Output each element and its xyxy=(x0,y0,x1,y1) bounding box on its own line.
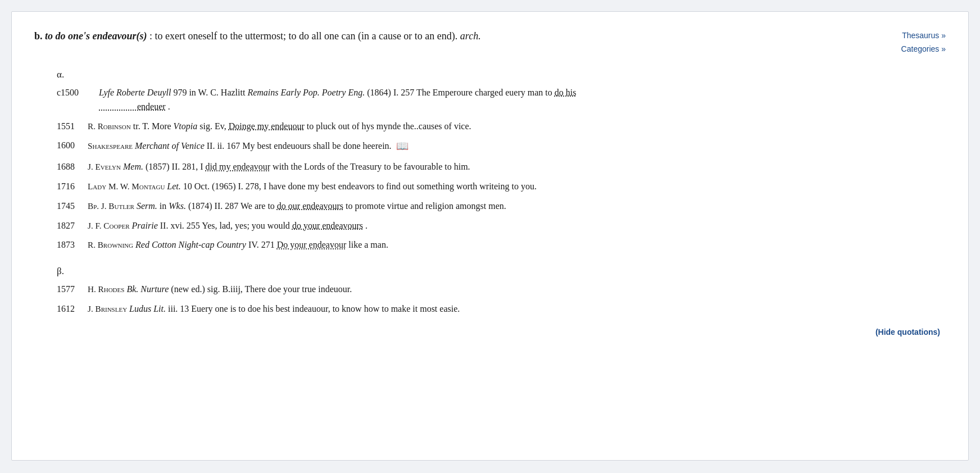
source-title2: Wks. xyxy=(169,201,186,211)
text-pre: There doe your true indeuour. xyxy=(245,284,352,294)
author-name: H. Rhodes xyxy=(88,284,124,294)
hide-quotations-button[interactable]: (Hide quotations) xyxy=(875,328,940,336)
source-rest: (new ed.) sig. B.iiij, xyxy=(171,284,243,294)
text-after: with the Lords of the Treasury to be fav… xyxy=(273,162,470,171)
text-pre: Euery one is to doe his best indeauour, … xyxy=(191,304,460,313)
source-rest: sig. Ev, xyxy=(199,121,226,131)
table-row: 1688 J. Evelyn Mem. (1857) II. 281, I di… xyxy=(34,160,946,174)
quotation-text: J. F. Cooper Prairie II. xvi. 255 Yes, l… xyxy=(88,219,368,233)
thesaurus-link[interactable]: Thesaurus » xyxy=(902,31,946,40)
table-row: 1716 Lady M. W. Montagu Let. 10 Oct. (19… xyxy=(34,180,946,194)
source-title: Bk. Nurture xyxy=(126,284,169,294)
table-row: 1612 J. Brinsley Ludus Lit. iii. 13 Euer… xyxy=(34,302,946,316)
quotation-text: R. Browning Red Cotton Night-cap Country… xyxy=(88,238,388,252)
entry-definition: : to exert oneself to the uttermost; to … xyxy=(149,30,457,42)
quotation-text: Shakespeare Merchant of Venice II. ii. 1… xyxy=(88,139,409,154)
table-row: c1500 Lyfe Roberte Deuyll 979 in W. C. H… xyxy=(34,86,946,114)
underlined-phrase: Doinge my endeuour xyxy=(229,121,305,131)
source-rest: iii. 13 xyxy=(168,304,189,313)
source-title: Mem. xyxy=(123,162,143,171)
underlined-phrase: did my endeavour xyxy=(206,162,271,171)
thesaurus-categories-link[interactable]: Thesaurus » Categories » xyxy=(901,29,946,56)
quotation-text: H. Rhodes Bk. Nurture (new ed.) sig. B.i… xyxy=(88,283,352,297)
quotation-text: R. Robinson tr. T. More Vtopia sig. Ev, … xyxy=(88,120,471,134)
entry-phrase: to do one's endeavour(s) xyxy=(45,30,147,42)
underlined-phrase: do your endeavours xyxy=(292,221,363,230)
page-container: b. to do one's endeavour(s) : to exert o… xyxy=(0,0,980,473)
source-rest: II. ii. 167 xyxy=(207,141,241,151)
source-title: Let. xyxy=(167,181,180,191)
source-title: Ludus Lit. xyxy=(129,304,166,313)
source-rest: 979 in W. C. Hazlitt xyxy=(173,88,247,97)
source-rest: IV. 271 xyxy=(248,240,275,249)
text-pre: I xyxy=(200,162,205,171)
text-pre: I have done my best endeavors to find ou… xyxy=(264,181,537,191)
underlined-phrase: Do your endeavour xyxy=(277,240,347,249)
quotation-text: J. Evelyn Mem. (1857) II. 281, I did my … xyxy=(88,160,470,174)
table-row: 1873 R. Browning Red Cotton Night-cap Co… xyxy=(34,238,946,252)
quotation-text: Bp. J. Butler Serm. in Wks. (1874) II. 2… xyxy=(88,199,506,213)
underlined-phrase: do our endeavours xyxy=(277,201,343,211)
quotation-year: 1716 xyxy=(57,180,88,194)
author-name: J. Brinsley xyxy=(88,304,127,313)
quotation-year: c1500 xyxy=(57,86,99,114)
source-title2: Remains Early Pop. Poetry Eng. xyxy=(247,88,365,97)
text-after: . xyxy=(365,221,368,230)
quotation-text: Lyfe Roberte Deuyll 979 in W. C. Hazlitt… xyxy=(99,86,576,114)
author-name: Lady M. W. Montagu xyxy=(88,181,165,191)
source-rest: (1857) II. 281, xyxy=(146,162,198,171)
text-pre: My best endeuours shall be done heerein. xyxy=(242,141,393,151)
source-title: Lyfe Roberte Deuyll xyxy=(99,88,171,97)
source-title: Serm. xyxy=(137,201,157,211)
source-title: Merchant of Venice xyxy=(135,141,205,151)
table-row: 1600 Shakespeare Merchant of Venice II. … xyxy=(34,139,946,154)
text-pre: Yes, lad, yes; you would xyxy=(202,221,292,230)
source-pre: tr. T. More xyxy=(133,121,174,131)
alpha-section-label: α. xyxy=(57,69,946,80)
entry-heading: b. to do one's endeavour(s) : to exert o… xyxy=(34,29,481,44)
quotation-year: 1577 xyxy=(57,283,88,297)
table-row: 1827 J. F. Cooper Prairie II. xvi. 255 Y… xyxy=(34,219,946,233)
source-title: Prairie xyxy=(132,221,158,230)
beta-section-label: β. xyxy=(57,266,946,277)
table-row: 1551 R. Robinson tr. T. More Vtopia sig.… xyxy=(34,120,946,134)
text-pre: We are to xyxy=(241,201,277,211)
source-rest: II. xvi. 255 xyxy=(160,221,200,230)
source-rest2: (1864) I. 257 xyxy=(367,88,414,97)
source-rest: 10 Oct. (1965) I. 278, xyxy=(183,181,261,191)
source-in: in xyxy=(160,201,169,211)
text-pre: The Emperoure charged euery man to xyxy=(416,88,555,97)
text-after: like a man. xyxy=(348,240,388,249)
quotation-year: 1873 xyxy=(57,238,88,252)
source-title: Vtopia xyxy=(174,121,198,131)
text-after: to promote virtue and religion amongst m… xyxy=(346,201,506,211)
categories-link[interactable]: Categories » xyxy=(901,44,946,53)
quotation-text: Lady M. W. Montagu Let. 10 Oct. (1965) I… xyxy=(88,180,537,194)
content-box: b. to do one's endeavour(s) : to exert o… xyxy=(11,11,969,461)
beta-quotations-list: 1577 H. Rhodes Bk. Nurture (new ed.) sig… xyxy=(34,283,946,316)
quotation-year: 1827 xyxy=(57,219,88,233)
source-title: Red Cotton Night-cap Country xyxy=(135,240,246,249)
footer-area: (Hide quotations) xyxy=(34,328,946,336)
quotation-year: 1688 xyxy=(57,160,88,174)
book-icon: 📖 xyxy=(396,139,409,154)
author-name: J. Evelyn xyxy=(88,162,121,171)
author-name: Shakespeare xyxy=(88,141,133,151)
author-name: R. Robinson xyxy=(88,121,131,131)
table-row: 1745 Bp. J. Butler Serm. in Wks. (1874) … xyxy=(34,199,946,213)
entry-register: arch. xyxy=(460,30,481,42)
alpha-quotations-list: c1500 Lyfe Roberte Deuyll 979 in W. C. H… xyxy=(34,86,946,252)
header-area: b. to do one's endeavour(s) : to exert o… xyxy=(34,29,946,56)
quotation-year: 1612 xyxy=(57,302,88,316)
author-name: R. Browning xyxy=(88,240,133,249)
quotation-year: 1745 xyxy=(57,199,88,213)
beta-section: β. 1577 H. Rhodes Bk. Nurture (new ed.) … xyxy=(34,266,946,316)
text-after: . xyxy=(168,102,170,111)
table-row: 1577 H. Rhodes Bk. Nurture (new ed.) sig… xyxy=(34,283,946,297)
author-name: Bp. J. Butler xyxy=(88,201,134,211)
entry-label: b. xyxy=(34,30,43,42)
text-after: to pluck out of hys mynde the..causes of… xyxy=(307,121,471,131)
source-rest2: (1874) II. 287 xyxy=(188,201,238,211)
quotation-year: 1551 xyxy=(57,120,88,134)
quotation-text: J. Brinsley Ludus Lit. iii. 13 Euery one… xyxy=(88,302,460,316)
